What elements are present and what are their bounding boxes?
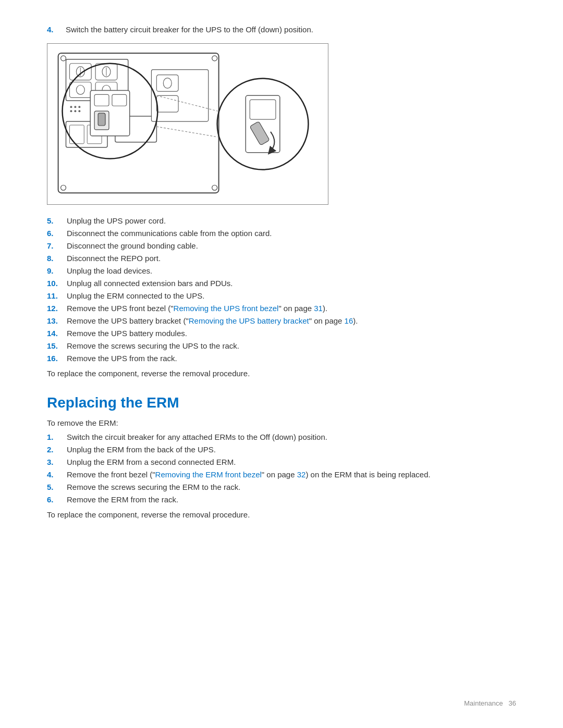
step-4-text: Switch the battery circuit breaker for t…	[66, 25, 313, 34]
list-item: 8. Disconnect the REPO port.	[47, 254, 516, 263]
list-item: 4. Remove the front bezel ("Removing the…	[47, 470, 516, 479]
replace-note: To replace the component, reverse the re…	[47, 369, 516, 378]
link-ups-battery-bracket[interactable]: Removing the UPS battery bracket	[189, 316, 309, 325]
svg-rect-32	[94, 94, 109, 106]
footer: Maintenance 36	[464, 699, 516, 707]
list-item: 9. Unplug the load devices.	[47, 266, 516, 275]
svg-point-17	[78, 110, 80, 112]
link-page-31[interactable]: 31	[314, 304, 323, 313]
svg-rect-38	[250, 100, 276, 119]
list-item: 13. Remove the UPS battery bracket ("Rem…	[47, 316, 516, 325]
list-item: 7. Disconnect the ground bonding cable.	[47, 241, 516, 250]
list-item: 5. Remove the screws securing the ERM to…	[47, 483, 516, 491]
list-item: 11. Unplug the ERM connected to the UPS.	[47, 291, 516, 300]
list-item: 12. Remove the UPS front bezel ("Removin…	[47, 304, 516, 313]
svg-rect-19	[69, 125, 84, 144]
svg-point-16	[74, 110, 76, 112]
step-4-intro: 4. Switch the battery circuit breaker fo…	[47, 25, 516, 34]
erm-intro: To remove the ERM:	[47, 418, 516, 427]
svg-point-26	[61, 56, 66, 61]
svg-point-14	[78, 106, 80, 108]
svg-rect-23	[156, 75, 178, 92]
diagram	[47, 43, 328, 205]
step-4-num: 4.	[47, 25, 64, 34]
section-heading: Replacing the ERM	[47, 394, 516, 411]
link-page-32[interactable]: 32	[297, 470, 306, 479]
svg-point-12	[70, 106, 72, 108]
svg-point-27	[212, 56, 217, 61]
svg-point-29	[212, 185, 217, 190]
link-ups-front-bezel[interactable]: Removing the UPS front bezel	[174, 304, 279, 313]
list-item: 3. Unplug the ERM from a second connecte…	[47, 458, 516, 466]
list-item: 15. Remove the screws securing the UPS t…	[47, 341, 516, 350]
footer-text: Maintenance 36	[464, 699, 516, 707]
list-item: 16. Remove the UPS from the rack.	[47, 354, 516, 363]
list-item: 5. Unplug the UPS power cord.	[47, 216, 516, 225]
svg-point-28	[61, 185, 66, 190]
steps-list: 5. Unplug the UPS power cord. 6. Disconn…	[47, 216, 516, 363]
list-item: 14. Remove the UPS battery modules.	[47, 329, 516, 338]
svg-rect-5	[69, 82, 91, 98]
diagram-svg	[47, 44, 328, 204]
erm-steps-list: 1. Switch the circuit breaker for any at…	[47, 433, 516, 504]
list-item: 6. Disconnect the communications cable f…	[47, 229, 516, 238]
svg-point-15	[70, 110, 72, 112]
list-item: 10. Unplug all connected extension bars …	[47, 279, 516, 288]
svg-point-13	[74, 106, 76, 108]
link-erm-front-bezel[interactable]: Removing the ERM front bezel	[155, 470, 262, 479]
svg-rect-33	[112, 94, 127, 106]
list-item: 1. Switch the circuit breaker for any at…	[47, 433, 516, 441]
svg-rect-35	[98, 113, 105, 126]
list-item: 2. Unplug the ERM from the back of the U…	[47, 445, 516, 454]
list-item: 6. Remove the ERM from the rack.	[47, 495, 516, 504]
link-page-16[interactable]: 16	[345, 316, 353, 325]
erm-replace-note: To replace the component, reverse the re…	[47, 510, 516, 519]
